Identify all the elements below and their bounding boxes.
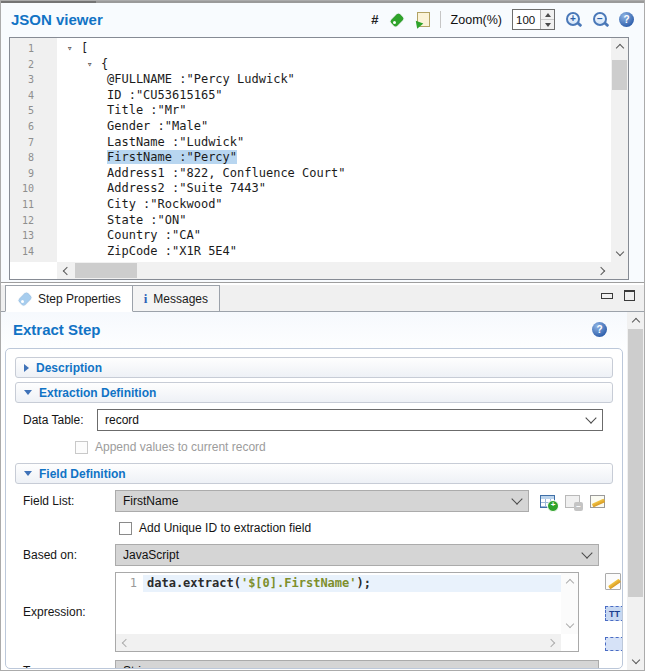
section-extraction-definition[interactable]: Extraction Definition — [15, 382, 613, 403]
scroll-left-icon[interactable] — [116, 634, 133, 651]
json-line-text[interactable]: @FULLNAME :"Percy Ludwick" — [107, 72, 295, 86]
selection-box-icon[interactable] — [605, 637, 623, 651]
extract-in-editor-icon[interactable] — [414, 12, 430, 27]
section-field-definition[interactable]: Field Definition — [15, 463, 613, 484]
json-horizontal-scrollbar[interactable] — [57, 262, 611, 279]
line-number: 12 — [10, 213, 34, 229]
expression-actions: TT — [605, 573, 623, 651]
json-vertical-scrollbar[interactable] — [611, 38, 628, 262]
vertical-scroll-thumb[interactable] — [628, 329, 643, 597]
tab-bar: Step Properties i Messages — [1, 285, 644, 312]
horizontal-scroll-thumb[interactable] — [75, 263, 137, 278]
help-icon[interactable]: ? — [592, 322, 607, 337]
tab-label: Messages — [153, 292, 208, 306]
combo-value: JavaScript — [123, 548, 583, 562]
chevron-down-icon — [511, 493, 522, 504]
type-select[interactable]: String — [115, 660, 599, 669]
combo-value: FirstName — [123, 494, 513, 508]
window-buttons — [601, 290, 635, 301]
tab-step-properties[interactable]: Step Properties — [5, 285, 133, 312]
collapse-toggle-icon[interactable]: ▿ — [67, 41, 81, 57]
expression-row: Expression: 1 data.extract('$[0].FirstNa… — [15, 572, 613, 652]
tab-messages[interactable]: i Messages — [133, 285, 220, 311]
json-line-text[interactable]: Address2 :"Suite 7443" — [107, 181, 266, 195]
checkbox-label: Append values to current record — [95, 440, 266, 454]
json-line-text[interactable]: Address1 :"822, Confluence Court" — [107, 166, 345, 180]
scroll-right-icon[interactable] — [594, 262, 611, 279]
zoom-spin-down-icon[interactable] — [541, 20, 554, 29]
json-line-number-gutter: 1234567891011121314 — [10, 38, 57, 262]
line-number: 3 — [10, 72, 34, 88]
json-line: Address1 :"822, Confluence Court" — [57, 166, 611, 182]
editor-horizontal-scrollbar[interactable] — [116, 634, 561, 651]
code-line-number: 1 — [116, 575, 143, 592]
properties-content: Extract Step ? Description Extraction De… — [1, 312, 627, 670]
scroll-down-icon[interactable] — [611, 245, 628, 262]
info-icon: i — [144, 292, 148, 305]
scroll-up-icon[interactable] — [627, 312, 644, 329]
properties-body: Extract Step ? Description Extraction De… — [1, 312, 644, 670]
edit-expression-icon[interactable] — [605, 573, 621, 590]
edit-field-icon[interactable] — [590, 495, 605, 508]
json-line: ▿[ — [57, 41, 611, 57]
line-number: 1 — [10, 41, 34, 57]
tag-icon[interactable] — [389, 12, 404, 27]
zoom-out-icon[interactable]: − — [592, 11, 609, 28]
data-table-label: Data Table: — [23, 413, 97, 427]
panel-scrollbar[interactable] — [627, 312, 644, 670]
collapse-toggle-icon[interactable]: ▿ — [87, 57, 101, 73]
scroll-up-icon[interactable] — [561, 573, 578, 590]
add-field-icon[interactable] — [540, 495, 555, 508]
help-icon[interactable]: ? — [619, 12, 634, 27]
field-list-row: Field List: FirstName — [15, 490, 613, 512]
section-description[interactable]: Description — [15, 357, 613, 378]
field-list-select[interactable]: FirstName — [115, 490, 529, 512]
editor-vertical-scrollbar[interactable] — [561, 573, 578, 634]
line-number: 11 — [10, 197, 34, 213]
unique-id-row: Add Unique ID to extraction field — [119, 521, 613, 535]
json-line-text[interactable]: FirstName :"Percy" — [107, 150, 237, 164]
data-table-select[interactable]: record — [97, 409, 603, 431]
json-line-text[interactable]: { — [101, 57, 108, 71]
checkbox-label: Add Unique ID to extraction field — [139, 521, 311, 535]
minimize-icon[interactable] — [601, 293, 613, 299]
scroll-down-icon[interactable] — [627, 653, 644, 670]
json-content[interactable]: ▿[▿{@FULLNAME :"Percy Ludwick"ID :"CU536… — [57, 38, 611, 262]
expression-editor[interactable]: 1 data.extract('$[0].FirstName'); — [115, 572, 579, 652]
json-line: ▿{ — [57, 57, 611, 73]
combo-value: record — [105, 413, 587, 427]
zoom-spin-up-icon[interactable] — [541, 10, 554, 20]
toolbar-separator — [440, 11, 441, 28]
scroll-right-icon[interactable] — [544, 634, 561, 651]
json-line-text[interactable]: State :"ON" — [107, 213, 186, 227]
code-line: 1 data.extract('$[0].FirstName'); — [116, 575, 561, 592]
line-numbers-toggle-icon[interactable]: # — [371, 13, 378, 26]
json-line-text[interactable]: [ — [81, 41, 88, 55]
maximize-icon[interactable] — [624, 290, 635, 301]
scroll-left-icon[interactable] — [57, 262, 74, 279]
json-line-text[interactable]: Country :"CA" — [107, 228, 201, 242]
append-values-checkbox — [75, 441, 88, 454]
line-number: 9 — [10, 166, 34, 182]
json-line: FirstName :"Percy" — [57, 150, 611, 166]
json-line: ID :"CU53615165" — [57, 88, 611, 104]
vertical-scroll-thumb[interactable] — [612, 60, 627, 90]
expand-arrow-icon — [24, 364, 29, 372]
based-on-select[interactable]: JavaScript — [115, 544, 599, 566]
json-line: City :"Rockwood" — [57, 197, 611, 213]
zoom-label: Zoom(%) — [451, 13, 502, 27]
code-text[interactable]: data.extract('$[0].FirstName'); — [143, 575, 561, 592]
zoom-in-icon[interactable]: + — [565, 11, 582, 28]
json-line-text[interactable]: ID :"CU53615165" — [107, 88, 223, 102]
text-format-icon[interactable]: TT — [605, 606, 623, 621]
json-line-text[interactable]: ZipCode :"X1R 5E4" — [107, 244, 237, 258]
zoom-input[interactable] — [513, 10, 540, 29]
json-line-text[interactable]: LastName :"Ludwick" — [107, 135, 244, 149]
json-line-text[interactable]: Gender :"Male" — [107, 119, 208, 133]
unique-id-checkbox[interactable] — [119, 522, 132, 535]
scroll-down-icon[interactable] — [561, 617, 578, 634]
json-line-text[interactable]: Title :"Mr" — [107, 103, 186, 117]
line-number: 8 — [10, 150, 34, 166]
json-line-text[interactable]: City :"Rockwood" — [107, 197, 223, 211]
scroll-up-icon[interactable] — [611, 38, 628, 55]
